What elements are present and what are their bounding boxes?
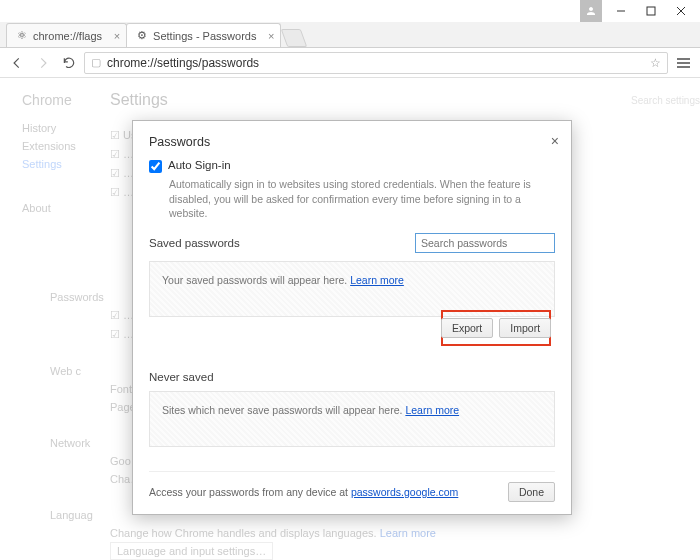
passwords-google-link[interactable]: passwords.google.com: [351, 486, 458, 498]
sidebar-item: About: [22, 202, 102, 214]
minimize-button[interactable]: [606, 1, 636, 21]
saved-passwords-header: Saved passwords: [149, 237, 240, 249]
auto-signin-label[interactable]: Auto Sign-in: [168, 159, 231, 171]
reload-button[interactable]: [58, 52, 80, 74]
tab-flags[interactable]: ⚛ chrome://flags ×: [6, 23, 127, 47]
tab-label: chrome://flags: [33, 30, 102, 42]
saved-passwords-list: Your saved passwords will appear here. L…: [149, 261, 555, 317]
profile-icon[interactable]: [580, 0, 602, 22]
tab-label: Settings - Passwords: [153, 30, 256, 42]
never-saved-list: Sites which never save passwords will ap…: [149, 391, 555, 447]
bookmark-star-icon[interactable]: ☆: [650, 56, 661, 70]
export-button[interactable]: Export: [441, 318, 493, 338]
passwords-dialog: × Passwords Auto Sign-in Automatically s…: [132, 120, 572, 515]
dialog-title: Passwords: [149, 135, 555, 149]
maximize-button[interactable]: [636, 1, 666, 21]
learn-more-link[interactable]: Learn more: [350, 274, 404, 286]
window-titlebar: [0, 0, 700, 22]
import-button[interactable]: Import: [499, 318, 551, 338]
close-tab-icon[interactable]: ×: [268, 30, 274, 42]
tab-settings[interactable]: ⚙ Settings - Passwords ×: [126, 23, 281, 47]
auto-signin-checkbox[interactable]: [149, 160, 162, 173]
empty-state-text: Your saved passwords will appear here.: [162, 274, 347, 286]
back-button[interactable]: [6, 52, 28, 74]
close-window-button[interactable]: [666, 1, 696, 21]
tab-strip: ⚛ chrome://flags × ⚙ Settings - Password…: [0, 22, 700, 48]
learn-more-link[interactable]: Learn more: [405, 404, 459, 416]
auto-signin-desc: Automatically sign in to websites using …: [169, 177, 555, 221]
empty-state-text: Sites which never save passwords will ap…: [162, 404, 402, 416]
close-icon[interactable]: ×: [551, 133, 559, 149]
brand-title: Chrome: [22, 92, 102, 108]
never-saved-header: Never saved: [149, 371, 555, 383]
gear-icon: ⚙: [135, 29, 148, 42]
toolbar: ▢ chrome://settings/passwords ☆: [0, 48, 700, 78]
new-tab-button[interactable]: [281, 29, 308, 47]
forward-button[interactable]: [32, 52, 54, 74]
sidebar-item: History: [22, 122, 102, 134]
done-button[interactable]: Done: [508, 482, 555, 502]
page-icon: ▢: [91, 56, 101, 69]
page-title: Settings: [110, 91, 168, 109]
sidebar-item: Settings: [22, 158, 102, 170]
footer-text: Access your passwords from any device at…: [149, 486, 458, 498]
svg-rect-1: [647, 7, 655, 15]
url-text: chrome://settings/passwords: [107, 56, 644, 70]
address-bar[interactable]: ▢ chrome://settings/passwords ☆: [84, 52, 668, 74]
close-tab-icon[interactable]: ×: [114, 30, 120, 42]
search-passwords-input[interactable]: [415, 233, 555, 253]
export-import-highlight: Export Import: [441, 310, 551, 346]
sidebar-item: Extensions: [22, 140, 102, 152]
menu-button[interactable]: [672, 52, 694, 74]
search-settings: Search settings: [631, 95, 700, 106]
flags-icon: ⚛: [15, 29, 28, 42]
